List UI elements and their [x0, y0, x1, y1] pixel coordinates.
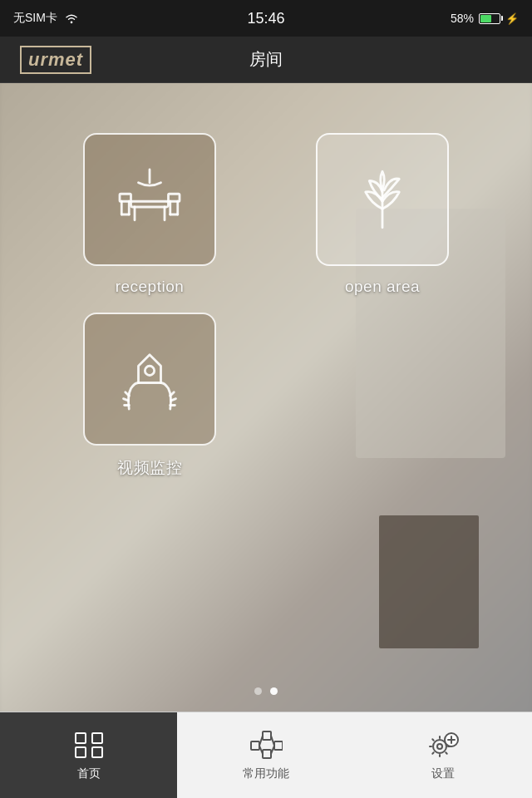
common-functions-icon — [249, 730, 283, 760]
reception-icon-box — [83, 133, 216, 266]
reception-label: reception — [116, 278, 185, 296]
tab-home[interactable]: 首页 — [0, 712, 177, 798]
dot-1 — [254, 687, 262, 695]
app-header: urmet 房间 — [0, 37, 532, 83]
svg-rect-24 — [251, 741, 259, 750]
dot-2 — [270, 687, 278, 695]
svg-rect-27 — [274, 741, 283, 750]
charge-icon: ⚡ — [505, 12, 519, 25]
sim-status: 无SIM卡 — [13, 11, 57, 26]
svg-rect-22 — [76, 747, 86, 757]
svg-rect-26 — [263, 750, 271, 758]
settings-icon — [426, 730, 460, 760]
status-bar: 无SIM卡 15:46 58% ⚡ — [0, 0, 532, 37]
svg-rect-23 — [92, 747, 102, 757]
svg-rect-25 — [263, 732, 271, 740]
video-monitor-icon-box — [83, 313, 216, 446]
video-monitor-label: 视频监控 — [117, 457, 182, 479]
bg-detail-furniture — [379, 515, 479, 648]
room-item-reception[interactable]: reception — [42, 133, 258, 296]
svg-rect-20 — [76, 733, 86, 743]
tab-common-functions[interactable]: 常用功能 — [177, 712, 354, 798]
tab-home-label: 首页 — [77, 766, 101, 781]
camera-hands-icon — [112, 342, 187, 416]
battery-indicator — [479, 13, 500, 24]
svg-line-30 — [271, 736, 274, 746]
battery-percentage: 58% — [451, 12, 474, 25]
svg-point-13 — [145, 366, 154, 375]
clock: 15:46 — [247, 10, 284, 27]
tab-settings-label: 设置 — [431, 766, 455, 781]
tab-bar: 首页 常用功能 设置 — [0, 712, 532, 798]
svg-rect-21 — [92, 733, 102, 743]
plant-icon — [345, 162, 420, 237]
tab-common-functions-label: 常用功能 — [243, 766, 289, 781]
svg-point-33 — [437, 744, 442, 749]
open-area-icon-box — [316, 133, 449, 266]
svg-rect-1 — [131, 201, 169, 207]
home-grid-icon — [72, 730, 106, 760]
main-content: reception open area — [0, 83, 532, 712]
status-left: 无SIM卡 — [13, 11, 79, 26]
svg-line-28 — [259, 736, 263, 746]
wifi-icon — [64, 12, 79, 24]
rooms-grid: reception open area — [0, 116, 532, 495]
page-title: 房间 — [249, 48, 283, 71]
tab-settings[interactable]: 设置 — [355, 712, 532, 798]
room-item-video-monitor[interactable]: 视频监控 — [42, 313, 258, 479]
urmet-logo: urmet — [20, 46, 91, 74]
open-area-label: open area — [345, 278, 420, 296]
pagination-dots — [254, 687, 278, 695]
status-right: 58% ⚡ — [451, 12, 519, 25]
room-item-open-area[interactable]: open area — [274, 133, 490, 296]
table-chairs-icon — [112, 162, 187, 237]
